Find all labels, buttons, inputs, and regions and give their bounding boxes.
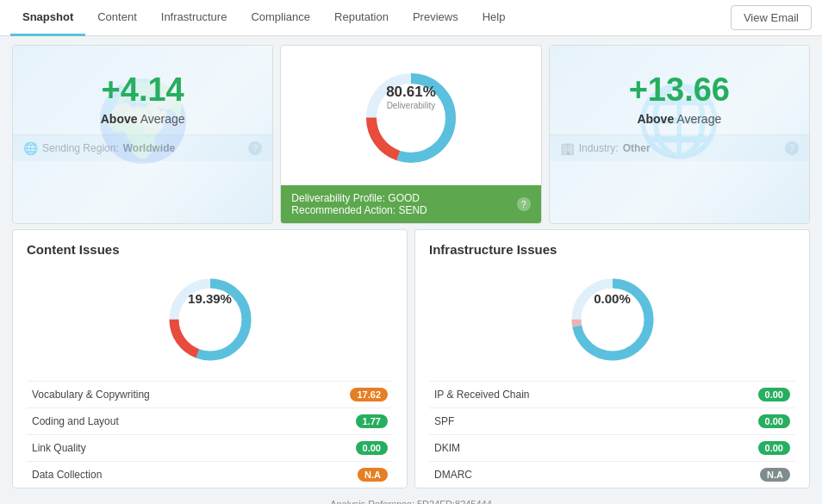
infra-row-2-label: DKIM	[429, 435, 690, 462]
infra-donut-label: 0.00%	[594, 291, 631, 306]
infra-issues-title: Infrastructure Issues	[429, 242, 795, 257]
infra-row-0-value: 0.00	[690, 382, 795, 408]
profile-line2: Recommended Action: SEND	[291, 204, 427, 216]
infra-row-0-label: IP & Received Chain	[429, 382, 690, 408]
tab-help[interactable]: Help	[470, 0, 518, 36]
infra-issues-donut-svg	[565, 272, 660, 367]
tab-reputation[interactable]: Reputation	[322, 0, 401, 36]
content-issues-donut-wrap: 19.39%	[27, 264, 393, 381]
content-issues-table: Vocabulary & Copywriting 17.62 Coding an…	[27, 381, 393, 488]
content-issues-donut-svg	[163, 272, 258, 367]
tab-content[interactable]: Content	[85, 0, 149, 36]
deliverability-footer: Deliverability Profile: GOOD Recommended…	[281, 185, 540, 223]
deliverability-info-icon[interactable]: ?	[517, 197, 531, 211]
content-badge-3: N.A	[358, 468, 388, 482]
table-row: Vocabulary & Copywriting 17.62	[27, 382, 393, 408]
infra-row-1-label: SPF	[429, 408, 690, 435]
deliverability-donut-wrap: 80.61% Deliverability	[298, 59, 523, 177]
content-badge-1: 1.77	[356, 414, 388, 428]
content-row-2-value: 0.00	[293, 435, 393, 462]
infra-pct: 0.00%	[594, 291, 631, 306]
industry-score-value: +13.66	[567, 72, 792, 109]
infra-row-3-label: DMARC	[429, 462, 690, 488]
deliverability-pct: 80.61%	[386, 84, 436, 101]
content-row-3-label: Data Collection	[27, 462, 293, 488]
tab-previews[interactable]: Previews	[401, 0, 470, 36]
nav-bar: Snapshot Content Infrastructure Complian…	[0, 0, 822, 36]
deliverability-donut-label: 80.61% Deliverability	[386, 84, 436, 110]
score-label: Above Average	[30, 112, 255, 126]
bottom-section: Content Issues 19.39% Vocabulary & Copyw…	[0, 229, 822, 494]
content-issues-card: Content Issues 19.39% Vocabulary & Copyw…	[12, 229, 408, 488]
infra-issues-donut-wrap: 0.00%	[429, 264, 795, 381]
industry-card: 🌐 +13.66 Above Average 🏢 Industry: Other…	[549, 45, 810, 224]
content-row-0-value: 17.62	[293, 382, 393, 408]
table-row: SPF 0.00	[429, 408, 795, 435]
content-donut-label: 19.39%	[188, 291, 232, 306]
deliverability-top: 80.61% Deliverability	[281, 46, 540, 185]
infra-row-3-value: N.A	[690, 462, 795, 488]
infra-row-2-value: 0.00	[690, 435, 795, 462]
deliverability-donut-svg	[359, 66, 463, 170]
table-row: Coding and Layout 1.77	[27, 408, 393, 435]
table-row: IP & Received Chain 0.00	[429, 382, 795, 408]
infra-badge-1: 0.00	[758, 414, 790, 428]
nav-tabs: Snapshot Content Infrastructure Complian…	[10, 0, 731, 36]
content-issues-title: Content Issues	[27, 242, 393, 257]
view-email-button[interactable]: View Email	[731, 5, 812, 30]
content-badge-0: 17.62	[350, 388, 388, 401]
content-row-0-label: Vocabulary & Copywriting	[27, 382, 293, 408]
table-row: DKIM 0.00	[429, 435, 795, 462]
content-row-3-value: N.A	[293, 462, 393, 488]
table-row: Link Quality 0.00	[27, 435, 393, 462]
deliverability-profile: Deliverability Profile: GOOD Recommended…	[291, 192, 427, 216]
tab-snapshot[interactable]: Snapshot	[10, 0, 85, 36]
infra-issues-card: Infrastructure Issues 0.00% IP & Receive…	[414, 229, 810, 488]
content-badge-2: 0.00	[356, 441, 388, 455]
industry-score-label: Above Average	[567, 112, 792, 126]
deliverability-card: 80.61% Deliverability Deliverability Pro…	[280, 45, 541, 224]
score-value: +4.14	[30, 72, 255, 109]
table-row: Data Collection N.A	[27, 462, 393, 488]
content-row-1-label: Coding and Layout	[27, 408, 293, 435]
tab-infrastructure[interactable]: Infrastructure	[149, 0, 240, 36]
deliverability-sublabel: Deliverability	[386, 101, 436, 110]
reference-footer: Analysis Reference: 5D24FD:8245444	[0, 494, 822, 504]
infra-row-1-value: 0.00	[690, 408, 795, 435]
score-card-content: +4.14 Above Average	[13, 46, 272, 134]
top-cards: 🌍 +4.14 Above Average 🌐 Sending Region: …	[0, 36, 822, 229]
content-pct: 19.39%	[188, 291, 232, 306]
content-row-1-value: 1.77	[293, 408, 393, 435]
infra-badge-0: 0.00	[758, 388, 790, 401]
infra-issues-table: IP & Received Chain 0.00 SPF 0.00 DKIM 0…	[429, 381, 795, 488]
tab-compliance[interactable]: Compliance	[239, 0, 322, 36]
infra-badge-2: 0.00	[758, 441, 790, 455]
profile-line1: Deliverability Profile: GOOD	[291, 192, 427, 204]
table-row: DMARC N.A	[429, 462, 795, 488]
score-card: 🌍 +4.14 Above Average 🌐 Sending Region: …	[12, 45, 273, 224]
content-row-2-label: Link Quality	[27, 435, 293, 462]
infra-badge-3: N.A	[760, 468, 790, 482]
industry-card-content: +13.66 Above Average	[550, 46, 809, 134]
reference-text: Analysis Reference: 5D24FD:8245444	[330, 499, 492, 504]
